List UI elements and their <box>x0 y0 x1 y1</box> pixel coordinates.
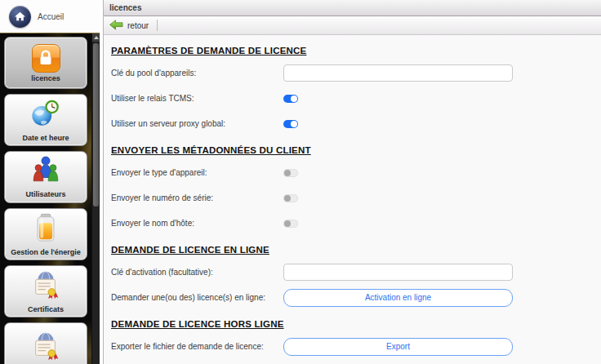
section-title: DEMANDE DE LICENCE EN LIGNE <box>111 244 601 255</box>
sidebar-item-label: Certificats <box>28 305 64 313</box>
green-left-arrow-icon <box>109 20 123 32</box>
sidebar-item-partial[interactable] <box>4 322 87 364</box>
sidebar-home-button[interactable]: Accueil <box>0 0 100 33</box>
section-licence-hors-ligne: DEMANDE DE LICENCE HORS LIGNE Exporter l… <box>111 318 601 359</box>
home-icon <box>9 6 31 28</box>
row-hostname: Envoyer le nom d'hôte: <box>111 211 601 236</box>
content: PARAMÈTRES DE DEMANDE DE LICENCE Clé du … <box>104 35 601 359</box>
row-tcms-relay: Utiliser le relais TCMS: <box>111 86 601 111</box>
section-title: DEMANDE DE LICENCE HORS LIGNE <box>111 318 601 330</box>
row-proxy-global: Utiliser un serveur proxy global: <box>111 111 601 136</box>
app-window: Accueil licences <box>0 0 601 364</box>
row-label: Envoyer le type d'appareil: <box>111 168 283 177</box>
sidebar-item-label: licences <box>31 74 60 82</box>
tcms-relay-toggle[interactable] <box>283 95 298 103</box>
section-licence-en-ligne: DEMANDE DE LICENCE EN LIGNE Clé d'activa… <box>111 244 601 310</box>
sidebar-item-label: Utilisateurs <box>25 190 65 198</box>
section-title: PARAMÈTRES DE DEMANDE DE LICENCE <box>111 45 601 56</box>
back-button[interactable]: retour <box>109 20 149 32</box>
row-label: Envoyer le nom d'hôte: <box>111 219 283 228</box>
lock-icon <box>32 44 60 73</box>
row-device-type: Envoyer le type d'appareil: <box>111 160 601 185</box>
row-label: Utiliser un serveur proxy global: <box>111 119 283 128</box>
sidebar-item-utilisateurs[interactable]: Utilisateurs <box>4 151 87 203</box>
globe-clock-icon <box>30 98 61 132</box>
global-proxy-toggle[interactable] <box>283 120 298 128</box>
section-title: ENVOYER LES MÉTADONNÉES DU CLIENT <box>111 144 601 156</box>
row-online-activation: Demander une(ou des) licence(s) en ligne… <box>111 285 601 310</box>
scrollbar-thumb[interactable] <box>93 43 99 206</box>
online-activation-button[interactable]: Activation en ligne <box>283 289 513 307</box>
back-label: retour <box>127 21 149 30</box>
section-parametres-demande: PARAMÈTRES DE DEMANDE DE LICENCE Clé du … <box>111 45 601 136</box>
scroll-up-button[interactable] <box>92 33 100 42</box>
send-serial-number-toggle[interactable] <box>283 194 298 202</box>
battery-icon <box>31 212 60 246</box>
sidebar-body: licences <box>0 33 100 364</box>
certificate-icon <box>30 269 61 304</box>
panel-title: licences <box>104 0 601 16</box>
section-metadonnees-client: ENVOYER LES MÉTADONNÉES DU CLIENT Envoye… <box>111 144 601 236</box>
toolbar-separator <box>157 20 158 31</box>
users-pawns-icon <box>30 156 61 189</box>
send-device-type-toggle[interactable] <box>283 169 298 177</box>
row-serial-number: Envoyer le numéro de série: <box>111 185 601 211</box>
certificate-icon <box>30 331 61 364</box>
sidebar-item-gestion-energie[interactable]: Gestion de l'énergie <box>4 208 87 260</box>
home-label: Accueil <box>38 12 64 21</box>
activation-key-input[interactable] <box>283 264 513 281</box>
sidebar-item-label: Gestion de l'énergie <box>11 248 81 256</box>
sidebar-item-licences[interactable]: licences <box>4 37 87 89</box>
sidebar-items: licences <box>4 37 87 364</box>
row-label: Clé du pool d'appareils: <box>111 69 283 78</box>
toolbar: retour <box>104 16 601 35</box>
sidebar: Accueil licences <box>0 0 100 364</box>
pool-key-input[interactable] <box>283 64 513 82</box>
main-panel: licences retour <box>103 0 601 364</box>
row-label: Demander une(ou des) licence(s) en ligne… <box>111 293 283 302</box>
export-button[interactable]: Export <box>283 338 513 356</box>
row-export-file: Exporter le fichier de demande de licenc… <box>111 334 601 359</box>
sidebar-scrollbar[interactable] <box>91 33 100 364</box>
row-label: Utiliser le relais TCMS: <box>111 94 283 103</box>
row-label: Envoyer le numéro de série: <box>111 193 283 202</box>
row-activation-key: Clé d'activation (facultative): <box>111 260 601 285</box>
row-label: Clé d'activation (facultative): <box>111 268 283 277</box>
sidebar-item-label: Date et heure <box>22 134 69 142</box>
sidebar-item-date-et-heure[interactable]: Date et heure <box>4 94 87 146</box>
sidebar-item-certificats[interactable]: Certificats <box>4 265 87 317</box>
send-hostname-toggle[interactable] <box>283 220 298 228</box>
row-pool-key: Clé du pool d'appareils: <box>111 60 601 86</box>
row-label: Exporter le fichier de demande de licenc… <box>111 342 283 351</box>
